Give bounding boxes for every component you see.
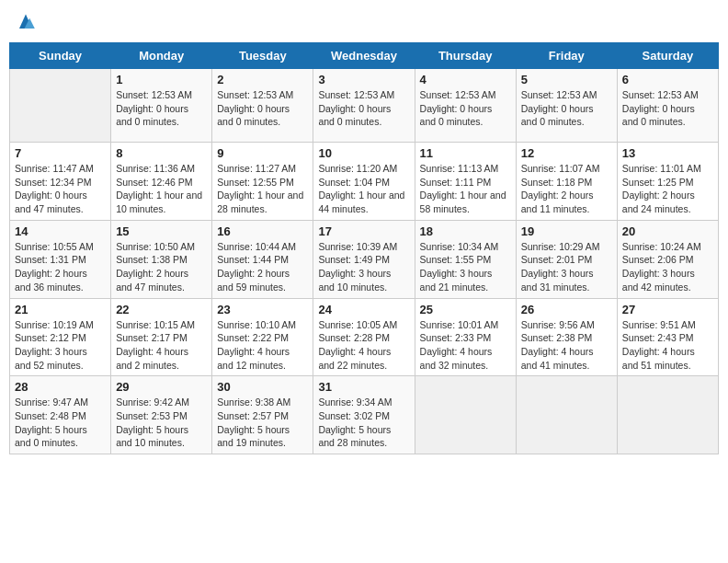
day-headers-row: SundayMondayTuesdayWednesdayThursdayFrid… — [10, 43, 719, 69]
day-cell: 26Sunrise: 9:56 AM Sunset: 2:38 PM Dayli… — [516, 298, 617, 376]
day-cell — [415, 376, 516, 454]
day-info: Sunrise: 10:50 AM Sunset: 1:38 PM Daylig… — [116, 240, 207, 294]
day-number: 20 — [622, 224, 713, 238]
day-info: Sunrise: 10:55 AM Sunset: 1:31 PM Daylig… — [15, 240, 106, 294]
day-info: Sunrise: 11:20 AM Sunset: 1:04 PM Daylig… — [318, 162, 409, 216]
day-number: 18 — [420, 224, 511, 238]
day-header-sunday: Sunday — [10, 43, 111, 69]
day-info: Sunset: 12:53 AM Daylight: 0 hours and 0… — [116, 88, 207, 129]
day-info: Sunrise: 11:36 AM Sunset: 12:46 PM Dayli… — [116, 162, 207, 216]
day-cell: 7Sunrise: 11:47 AM Sunset: 12:34 PM Dayl… — [10, 143, 111, 221]
day-header-monday: Monday — [111, 43, 212, 69]
logo — [13, 9, 42, 35]
day-info: Sunrise: 10:24 AM Sunset: 2:06 PM Daylig… — [622, 240, 713, 294]
day-info: Sunset: 12:53 AM Daylight: 0 hours and 0… — [521, 88, 612, 129]
day-info: Sunrise: 9:56 AM Sunset: 2:38 PM Dayligh… — [521, 318, 612, 373]
calendar-header: SundayMondayTuesdayWednesdayThursdayFrid… — [10, 43, 719, 69]
day-number: 5 — [521, 73, 612, 86]
day-cell: 6Sunset: 12:53 AM Daylight: 0 hours and … — [617, 69, 718, 143]
logo-icon — [13, 9, 39, 35]
day-cell — [10, 69, 111, 143]
day-number: 14 — [15, 224, 106, 238]
day-info: Sunset: 12:53 AM Daylight: 0 hours and 0… — [318, 88, 409, 129]
day-header-tuesday: Tuesday — [212, 43, 313, 69]
day-info: Sunset: 12:53 AM Daylight: 0 hours and 0… — [217, 88, 308, 129]
day-number: 17 — [318, 224, 409, 238]
day-number: 29 — [116, 380, 207, 394]
day-cell: 14Sunrise: 10:55 AM Sunset: 1:31 PM Dayl… — [10, 220, 111, 298]
day-number: 16 — [217, 224, 308, 238]
day-cell: 1Sunset: 12:53 AM Daylight: 0 hours and … — [111, 69, 212, 143]
day-cell: 17Sunrise: 10:39 AM Sunset: 1:49 PM Dayl… — [313, 220, 415, 298]
day-number: 28 — [15, 380, 106, 394]
week-row-1: 1Sunset: 12:53 AM Daylight: 0 hours and … — [10, 69, 719, 143]
day-number: 3 — [318, 73, 409, 86]
day-info: Sunrise: 10:39 AM Sunset: 1:49 PM Daylig… — [318, 240, 409, 294]
day-info: Sunrise: 9:42 AM Sunset: 2:53 PM Dayligh… — [116, 396, 207, 450]
day-cell: 25Sunrise: 10:01 AM Sunset: 2:33 PM Dayl… — [415, 298, 516, 376]
day-info: Sunrise: 10:34 AM Sunset: 1:55 PM Daylig… — [420, 240, 511, 294]
day-cell — [617, 376, 718, 454]
day-number: 23 — [217, 303, 308, 316]
day-number: 26 — [521, 303, 612, 316]
day-info: Sunset: 12:53 AM Daylight: 0 hours and 0… — [622, 88, 713, 129]
day-cell: 5Sunset: 12:53 AM Daylight: 0 hours and … — [516, 69, 617, 143]
day-cell: 20Sunrise: 10:24 AM Sunset: 2:06 PM Dayl… — [617, 220, 718, 298]
day-header-wednesday: Wednesday — [313, 43, 415, 69]
day-number: 8 — [116, 146, 207, 160]
day-cell: 21Sunrise: 10:19 AM Sunset: 2:12 PM Dayl… — [10, 298, 111, 376]
day-cell: 16Sunrise: 10:44 AM Sunset: 1:44 PM Dayl… — [212, 220, 313, 298]
day-header-saturday: Saturday — [617, 43, 718, 69]
day-info: Sunrise: 9:38 AM Sunset: 2:57 PM Dayligh… — [217, 396, 308, 450]
day-number: 6 — [622, 73, 713, 86]
day-info: Sunrise: 10:15 AM Sunset: 2:17 PM Daylig… — [116, 318, 207, 373]
day-number: 11 — [420, 146, 511, 160]
day-info: Sunrise: 11:27 AM Sunset: 12:55 PM Dayli… — [217, 162, 308, 216]
day-cell: 12Sunrise: 11:07 AM Sunset: 1:18 PM Dayl… — [516, 143, 617, 221]
day-cell: 22Sunrise: 10:15 AM Sunset: 2:17 PM Dayl… — [111, 298, 212, 376]
day-cell: 31Sunrise: 9:34 AM Sunset: 3:02 PM Dayli… — [313, 376, 415, 454]
day-number: 22 — [116, 303, 207, 316]
day-number: 13 — [622, 146, 713, 160]
calendar-table: SundayMondayTuesdayWednesdayThursdayFrid… — [9, 42, 719, 454]
day-number: 19 — [521, 224, 612, 238]
day-cell: 28Sunrise: 9:47 AM Sunset: 2:48 PM Dayli… — [10, 376, 111, 454]
day-cell — [516, 376, 617, 454]
day-cell: 19Sunrise: 10:29 AM Sunset: 2:01 PM Dayl… — [516, 220, 617, 298]
day-number: 1 — [116, 73, 207, 86]
week-row-2: 7Sunrise: 11:47 AM Sunset: 12:34 PM Dayl… — [10, 143, 719, 221]
day-number: 9 — [217, 146, 308, 160]
day-info: Sunrise: 11:01 AM Sunset: 1:25 PM Daylig… — [622, 162, 713, 216]
day-cell: 13Sunrise: 11:01 AM Sunset: 1:25 PM Dayl… — [617, 143, 718, 221]
day-info: Sunrise: 10:19 AM Sunset: 2:12 PM Daylig… — [15, 318, 106, 373]
day-info: Sunrise: 10:01 AM Sunset: 2:33 PM Daylig… — [420, 318, 511, 373]
day-cell: 23Sunrise: 10:10 AM Sunset: 2:22 PM Dayl… — [212, 298, 313, 376]
day-cell: 3Sunset: 12:53 AM Daylight: 0 hours and … — [313, 69, 415, 143]
day-info: Sunrise: 9:34 AM Sunset: 3:02 PM Dayligh… — [318, 396, 409, 450]
day-info: Sunrise: 10:44 AM Sunset: 1:44 PM Daylig… — [217, 240, 308, 294]
day-cell: 24Sunrise: 10:05 AM Sunset: 2:28 PM Dayl… — [313, 298, 415, 376]
day-cell: 15Sunrise: 10:50 AM Sunset: 1:38 PM Dayl… — [111, 220, 212, 298]
day-cell: 9Sunrise: 11:27 AM Sunset: 12:55 PM Dayl… — [212, 143, 313, 221]
day-header-thursday: Thursday — [415, 43, 516, 69]
week-row-5: 28Sunrise: 9:47 AM Sunset: 2:48 PM Dayli… — [10, 376, 719, 454]
calendar-body: 1Sunset: 12:53 AM Daylight: 0 hours and … — [10, 69, 719, 454]
day-cell: 27Sunrise: 9:51 AM Sunset: 2:43 PM Dayli… — [617, 298, 718, 376]
day-cell: 29Sunrise: 9:42 AM Sunset: 2:53 PM Dayli… — [111, 376, 212, 454]
day-cell: 18Sunrise: 10:34 AM Sunset: 1:55 PM Dayl… — [415, 220, 516, 298]
day-info: Sunrise: 11:07 AM Sunset: 1:18 PM Daylig… — [521, 162, 612, 216]
day-info: Sunrise: 10:05 AM Sunset: 2:28 PM Daylig… — [318, 318, 409, 373]
day-number: 7 — [15, 146, 106, 160]
day-number: 2 — [217, 73, 308, 86]
day-info: Sunrise: 11:13 AM Sunset: 1:11 PM Daylig… — [420, 162, 511, 216]
day-info: Sunset: 12:53 AM Daylight: 0 hours and 0… — [420, 88, 511, 129]
day-info: Sunrise: 10:10 AM Sunset: 2:22 PM Daylig… — [217, 318, 308, 373]
day-info: Sunrise: 9:51 AM Sunset: 2:43 PM Dayligh… — [622, 318, 713, 373]
day-cell: 11Sunrise: 11:13 AM Sunset: 1:11 PM Dayl… — [415, 143, 516, 221]
day-cell: 8Sunrise: 11:36 AM Sunset: 12:46 PM Dayl… — [111, 143, 212, 221]
day-header-friday: Friday — [516, 43, 617, 69]
day-cell: 4Sunset: 12:53 AM Daylight: 0 hours and … — [415, 69, 516, 143]
day-cell: 2Sunset: 12:53 AM Daylight: 0 hours and … — [212, 69, 313, 143]
week-row-4: 21Sunrise: 10:19 AM Sunset: 2:12 PM Dayl… — [10, 298, 719, 376]
page-header — [9, 9, 719, 35]
